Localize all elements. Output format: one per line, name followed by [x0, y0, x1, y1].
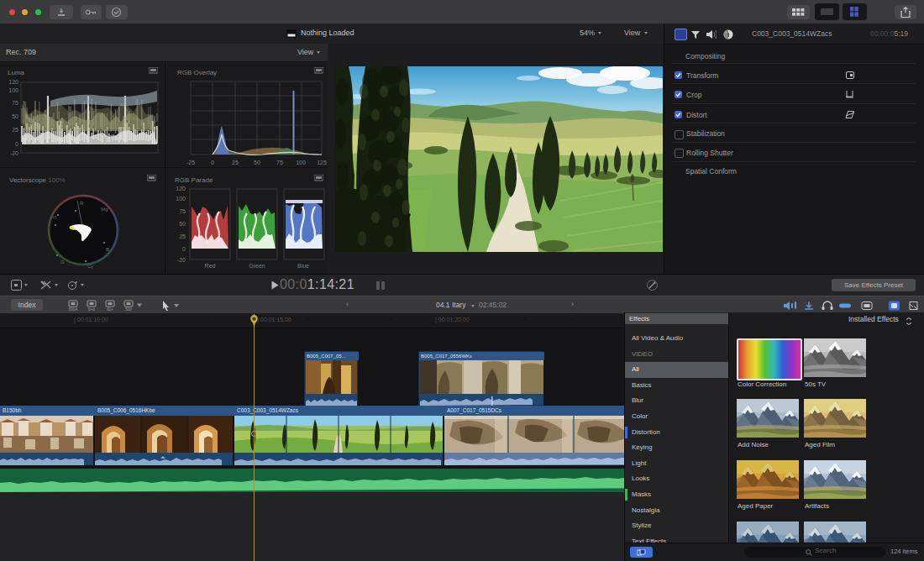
svg-text:0: 0 — [15, 141, 18, 147]
svg-text:75: 75 — [276, 160, 283, 165]
svg-text:0: 0 — [182, 246, 186, 252]
svg-text:62+: 62+ — [107, 307, 113, 312]
svg-text:25: 25 — [232, 160, 239, 165]
svg-text:75: 75 — [179, 208, 186, 214]
svg-text:500: 500 — [125, 307, 132, 312]
svg-text:b+d: b+d — [88, 307, 95, 312]
svg-text:100: 100 — [176, 196, 186, 202]
svg-text:-20: -20 — [10, 150, 18, 156]
svg-text:B: B — [106, 247, 109, 252]
svg-text:i: i — [727, 31, 729, 39]
svg-text:50: 50 — [179, 221, 186, 227]
svg-text:0: 0 — [211, 160, 214, 165]
svg-text:Mg: Mg — [101, 207, 108, 212]
svg-text:120: 120 — [8, 79, 18, 85]
svg-text:Red: Red — [205, 263, 216, 269]
svg-text:75: 75 — [12, 100, 18, 106]
svg-text:Yl: Yl — [52, 215, 56, 220]
svg-text:Cy: Cy — [87, 264, 93, 269]
svg-text:25: 25 — [12, 127, 18, 133]
svg-text:G: G — [60, 260, 65, 265]
svg-text:R: R — [80, 201, 84, 206]
svg-text:100: 100 — [296, 160, 306, 165]
svg-text:125: 125 — [317, 160, 327, 165]
svg-text:50: 50 — [12, 113, 18, 119]
svg-text:-25: -25 — [186, 160, 195, 165]
svg-text:Green: Green — [249, 263, 265, 269]
svg-text:50: 50 — [254, 160, 260, 165]
svg-text:100: 100 — [8, 87, 18, 93]
svg-text:500A: 500A — [69, 307, 78, 312]
svg-text:-20: -20 — [177, 257, 186, 263]
svg-text:120: 120 — [176, 186, 186, 191]
svg-text:25: 25 — [179, 233, 186, 239]
svg-text:Blue: Blue — [297, 263, 309, 269]
